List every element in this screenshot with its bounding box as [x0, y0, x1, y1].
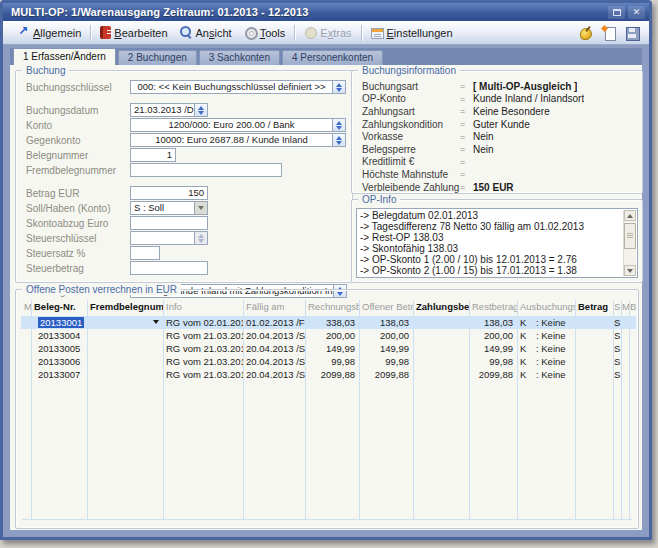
- equals-sign: =: [460, 81, 473, 91]
- cell-6: 99,98: [359, 355, 413, 368]
- input-steuersatz-%[interactable]: [130, 246, 160, 260]
- table-row[interactable]: 20133007RG vom 21.03.201320.04.2013 /Sa2…: [21, 368, 636, 381]
- menu-item-ansicht[interactable]: Ansicht: [174, 24, 238, 41]
- field-value: 150: [131, 187, 207, 199]
- close-button[interactable]: [628, 6, 645, 19]
- field-label-steuerschlüssel: Steuerschlüssel: [26, 233, 130, 244]
- col-header-0-m[interactable]: M: [21, 300, 31, 314]
- cell-3: RG vom 21.03.2013: [163, 329, 243, 342]
- col-header-7-zahlungsbetrag[interactable]: Zahlungsbetrag: [413, 300, 469, 314]
- field-value: 21.03.2013 /Do: [131, 104, 194, 116]
- menu-item-tools[interactable]: Tools: [238, 24, 292, 41]
- col-header-2-fremdbelegnummer[interactable]: Fremdbelegnummer: [87, 300, 163, 314]
- stamp-icon[interactable]: [579, 26, 593, 40]
- field-value: [131, 164, 281, 176]
- combo-konto[interactable]: 1200/000: Euro 200.00 / Bank: [130, 118, 346, 132]
- tab-3-sachkonten[interactable]: 3 Sachkonten: [199, 50, 280, 65]
- input-skontoabzug-euro[interactable]: [130, 216, 208, 230]
- cell-3: RG vom 21.03.2013: [163, 368, 243, 381]
- op-info-list[interactable]: -> Belegdatum 02.01.2013-> Tagesdifferen…: [356, 208, 638, 278]
- cell-0: [21, 329, 31, 342]
- ausbuchung-text: : Keine: [536, 369, 566, 380]
- spinner-button[interactable]: [194, 104, 207, 116]
- field-label-betrag-eur: Betrag EUR: [26, 188, 130, 199]
- cell-8: 2099,88: [469, 368, 517, 381]
- table-row[interactable]: 20133005RG vom 21.03.201320.04.2013 /Sa1…: [21, 342, 636, 355]
- cell-0: [21, 355, 31, 368]
- equals-sign: =: [460, 94, 473, 104]
- col-header-5-rechnungsbetrag[interactable]: Rechnungsbetrag: [305, 300, 359, 314]
- info-label: Höchste Mahnstufe: [362, 169, 460, 180]
- dropdown-button[interactable]: [332, 119, 345, 131]
- combo-steuerschlüssel[interactable]: [130, 231, 208, 245]
- save-icon[interactable]: [625, 26, 639, 40]
- cell-4: 20.04.2013 /Sa: [243, 342, 305, 355]
- field-row-fremdbelegnummer: Fremdbelegnummer: [26, 163, 346, 177]
- col-header-3-info[interactable]: Info: [163, 300, 243, 314]
- field-row-steuersatz-%: Steuersatz %: [26, 246, 346, 260]
- cell-5: 2099,88: [305, 368, 359, 381]
- cell-7: [413, 329, 469, 342]
- input-fremdbelegnummer[interactable]: [130, 163, 282, 177]
- cell-2: [87, 329, 163, 342]
- info-row-verbleibende-zahlung: Verbleibende Zahlung=150 EUR: [362, 181, 636, 194]
- scrollbar-thumb[interactable]: [624, 223, 636, 249]
- combo-soll-haben-konto[interactable]: S : Soll: [130, 201, 208, 215]
- group-offene-posten: Offene Posten verrechnen in EUR MBeleg-N…: [15, 289, 639, 529]
- dropdown-button[interactable]: [194, 202, 207, 214]
- cell-9: K: Keine: [517, 355, 575, 368]
- tab-2-buchungen[interactable]: 2 Buchungen: [118, 50, 197, 65]
- scroll-up-icon: [627, 214, 633, 218]
- restore-button[interactable]: [608, 6, 625, 19]
- cell-7: [413, 355, 469, 368]
- col-header-1-beleg-nr[interactable]: Beleg-Nr.: [31, 300, 87, 314]
- title-bar: MULTI-OP: 1/Warenausgang Zeitraum: 01.20…: [3, 3, 649, 21]
- combo-buchungsschlüssel[interactable]: 000: << Kein Buchungsschlüssel definiert…: [130, 80, 346, 94]
- combo-gegenkonto[interactable]: 10000: Euro 2687.88 / Kunde Inland: [130, 133, 346, 147]
- info-row-höchste-mahnstufe: Höchste Mahnstufe=: [362, 168, 636, 181]
- dropdown-button[interactable]: [194, 232, 207, 244]
- info-label: Zahlungskondition: [362, 119, 460, 130]
- body-wrap: 1 Erfassen/Ändern2 Buchungen3 Sachkonten…: [6, 48, 646, 534]
- cell-0: [21, 316, 31, 329]
- field-row-gegenkonto: Gegenkonto10000: Euro 2687.88 / Kunde In…: [26, 133, 346, 147]
- dropdown-arrow-icon[interactable]: [153, 320, 159, 324]
- ausbuchung-text: : Keine: [536, 317, 566, 328]
- tab-4-personenkonten[interactable]: 4 Personenkonten: [282, 50, 383, 65]
- menu-item-einstellungen[interactable]: Einstellungen: [365, 25, 459, 41]
- tab-1-erfassen-ändern[interactable]: 1 Erfassen/Ändern: [13, 48, 116, 65]
- table-row[interactable]: 20133006RG vom 21.03.201320.04.2013 /Sa9…: [21, 355, 636, 368]
- col-header-8-restbetrag[interactable]: Restbetrag: [469, 300, 517, 314]
- cell-8: 99,98: [469, 355, 517, 368]
- dropdown-button[interactable]: [332, 81, 345, 93]
- col-header-10-betrag[interactable]: Betrag: [575, 300, 613, 314]
- dropdown-arrow-icon: [198, 206, 204, 210]
- menu-item-allgemein[interactable]: Allgemein: [11, 24, 87, 41]
- input-belegnummer[interactable]: 1: [130, 148, 176, 162]
- grid-bottom-line: [22, 519, 632, 520]
- info-value: Guter Kunde: [473, 119, 530, 130]
- combo-buchungsdatum[interactable]: 21.03.2013 /Do: [130, 103, 208, 117]
- equals-sign: =: [460, 169, 473, 179]
- field-value: [131, 247, 159, 259]
- info-value: Keine Besondere: [473, 106, 550, 117]
- col-header-4-fällig-am[interactable]: Fällig am: [243, 300, 305, 314]
- equals-sign: =: [460, 106, 473, 116]
- table-row[interactable]: 20133001RG vom 02.01.201301.02.2013 /Fr3…: [21, 316, 636, 329]
- col-header-12-m[interactable]: M: [621, 300, 629, 314]
- input-betrag-eur[interactable]: 150: [130, 186, 208, 200]
- dropdown-button[interactable]: [332, 134, 345, 146]
- col-header-11-s[interactable]: S: [613, 300, 621, 314]
- col-header-13-b[interactable]: B: [629, 300, 636, 314]
- cell-5: 99,98: [305, 355, 359, 368]
- menu-item-bearbeiten[interactable]: Bearbeiten: [94, 24, 173, 41]
- table-row[interactable]: 20133004RG vom 21.03.201320.04.2013 /Sa2…: [21, 329, 636, 342]
- scroll-down-button[interactable]: [624, 265, 636, 276]
- new-doc-icon[interactable]: [602, 26, 616, 40]
- col-header-9-ausbuchungsart[interactable]: Ausbuchungsart: [517, 300, 575, 314]
- scroll-up-button[interactable]: [624, 210, 636, 221]
- op-info-scrollbar[interactable]: [623, 210, 636, 276]
- input-steuerbetrag[interactable]: [130, 261, 208, 275]
- col-header-6-offener-betrag[interactable]: Offener Betrag: [359, 300, 413, 314]
- op-info-line: -> Tagesdifferenz 78 Netto 30 fällig am …: [360, 221, 621, 232]
